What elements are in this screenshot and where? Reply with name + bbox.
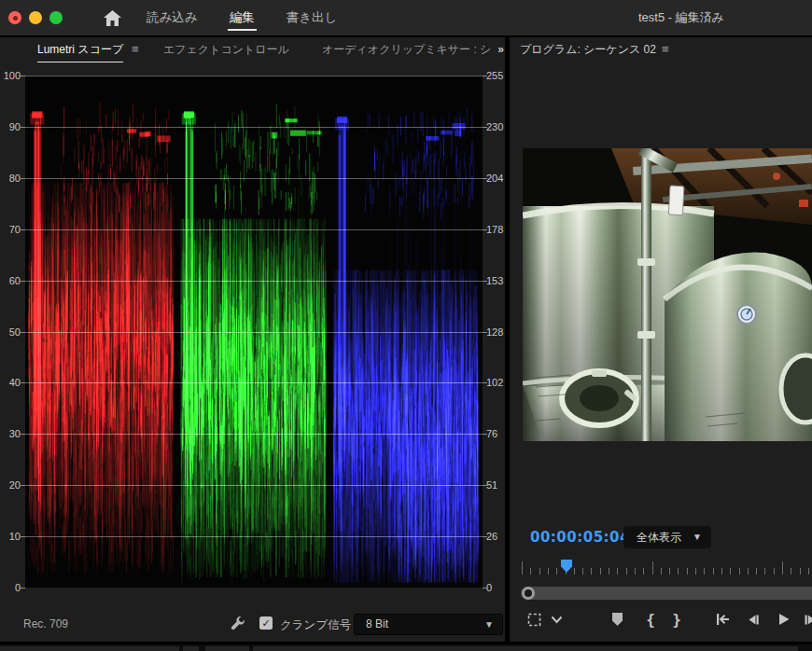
code-value-axis-tick <box>483 536 487 537</box>
panel-tab-effect-controls[interactable]: エフェクトコントロール <box>163 37 289 62</box>
monitor-settings-chevron[interactable] <box>545 606 567 632</box>
code-value-axis-tick <box>483 127 487 128</box>
code-value-axis-label: 26 <box>486 531 505 542</box>
panel-menu-button[interactable]: ≡ <box>662 37 669 62</box>
code-value-axis-tick <box>483 178 487 179</box>
workspace-tab-読み込み[interactable]: 読み込み <box>145 0 200 35</box>
ruler-tick <box>539 568 540 575</box>
code-value-axis-tick <box>483 76 487 76</box>
ire-axis-tick <box>21 178 25 179</box>
home-button[interactable] <box>99 7 125 29</box>
ire-axis-label: 70 <box>0 224 21 235</box>
lower-panel-tab-edge <box>253 646 798 651</box>
ruler-tick <box>704 568 705 575</box>
ruler-tick <box>713 568 714 575</box>
ruler-tick <box>800 568 801 575</box>
ruler-tick <box>548 568 549 575</box>
panel-menu-button[interactable]: ≡ <box>132 37 139 62</box>
scope-footer: Rec. 709 ✓ クランプ信号 8 Bit ▼ <box>0 604 505 642</box>
mark-in-button[interactable]: { <box>639 606 662 632</box>
panel-tab-lumetri-scopes[interactable]: Lumetri スコープ <box>37 37 123 62</box>
ire-axis-label: 50 <box>0 326 21 338</box>
playhead-marker[interactable] <box>561 560 572 573</box>
ruler-tick <box>600 568 601 575</box>
scrubber-track[interactable] <box>521 587 812 600</box>
workspace-tab-編集[interactable]: 編集 <box>228 0 257 35</box>
clamp-signal-label: クランプ信号 <box>280 617 351 633</box>
ruler-tick <box>530 568 531 575</box>
ire-axis-tick <box>21 536 25 537</box>
close-window-button[interactable] <box>8 11 21 24</box>
go-to-in-button[interactable] <box>711 606 734 632</box>
ruler-tick <box>522 561 523 575</box>
ruler-tick <box>678 568 679 575</box>
video-still-brewery-tanks <box>523 148 812 441</box>
play-button[interactable] <box>772 606 794 632</box>
chevron-double-right-icon[interactable]: » <box>497 37 502 62</box>
ruler-tick <box>556 568 557 575</box>
transport-controls: {} <box>510 606 812 634</box>
program-panel-tab[interactable]: プログラム: シーケンス 02 <box>520 37 656 62</box>
ire-axis-label: 40 <box>0 377 21 388</box>
code-value-axis-label: 76 <box>486 428 505 439</box>
ruler-tick <box>764 568 765 575</box>
panel-tab-audio-clip-mixer[interactable]: オーディオクリップミキサー : シ <box>322 37 491 62</box>
bit-depth-dropdown[interactable]: 8 Bit ▼ <box>354 614 503 635</box>
ire-axis-label: 20 <box>0 479 21 491</box>
clamp-signal-checkbox[interactable]: ✓ <box>259 616 273 630</box>
workspace-tabs: 読み込み編集書き出し <box>145 0 339 35</box>
safe-margins-button[interactable] <box>523 606 545 632</box>
lower-panels-edge <box>0 644 812 651</box>
program-monitor-video[interactable] <box>523 148 812 441</box>
premiere-window: 読み込み編集書き出し test5 - 編集済み » Lumetri スコープ≡エ… <box>0 0 812 651</box>
minimize-window-button[interactable] <box>29 11 42 24</box>
ruler-tick <box>652 561 653 575</box>
ire-axis-label: 60 <box>0 275 21 286</box>
ire-axis-label: 30 <box>0 428 21 439</box>
brace-open-icon: { <box>646 611 655 629</box>
workspace-tab-書き出し[interactable]: 書き出し <box>285 0 340 35</box>
code-value-axis-label: 204 <box>486 173 505 184</box>
chevron-down-icon: ▼ <box>484 615 494 634</box>
ire-axis-tick <box>21 434 25 435</box>
zoom-window-button[interactable] <box>49 11 63 24</box>
ruler-tick <box>739 568 740 575</box>
step-forward-icon <box>804 613 812 627</box>
chevron-down-icon <box>551 616 563 624</box>
scope-settings-button[interactable] <box>228 613 248 633</box>
waveform-scope-plot[interactable] <box>25 76 483 588</box>
document-title: test5 - 編集済み <box>574 0 789 35</box>
ire-axis-tick <box>21 588 25 589</box>
code-value-axis-label: 178 <box>486 224 505 235</box>
brace-close-icon: } <box>672 611 681 629</box>
ire-axis-label: 10 <box>0 531 21 542</box>
mini-timeline-ruler[interactable] <box>510 558 812 580</box>
ruler-tick <box>591 568 592 575</box>
panel-tab-row: » Lumetri スコープ≡エフェクトコントロールオーディオクリップミキサー … <box>0 37 505 62</box>
ire-axis-tick <box>21 127 25 128</box>
code-value-axis-label: 153 <box>486 275 505 286</box>
code-value-axis-label: 255 <box>486 70 505 81</box>
code-value-axis-tick <box>483 229 487 230</box>
ire-axis-tick <box>21 382 25 383</box>
ruler-tick <box>808 568 809 575</box>
ire-axis-label: 100 <box>0 70 21 81</box>
mark-out-button[interactable]: } <box>665 606 688 632</box>
step-back-button[interactable] <box>741 606 763 632</box>
code-value-axis-label: 128 <box>486 326 505 338</box>
colorspace-label: Rec. 709 <box>23 617 68 630</box>
code-value-axis-tick <box>483 382 487 383</box>
home-icon <box>104 10 121 26</box>
scrubber-handle[interactable] <box>522 587 535 600</box>
marker-icon <box>610 612 624 627</box>
current-timecode[interactable]: 00:00:05:04 <box>530 529 630 546</box>
add-marker-button[interactable] <box>606 606 628 632</box>
step-forward-button[interactable] <box>799 606 812 632</box>
ruler-tick <box>782 561 783 575</box>
ruler-tick <box>617 568 618 575</box>
zoom-level-dropdown[interactable]: 全体表示 ▼ <box>623 526 711 548</box>
ruler-tick <box>582 568 583 575</box>
code-value-axis-tick <box>483 434 487 435</box>
ruler-tick <box>626 568 627 575</box>
ire-axis-tick <box>21 76 25 76</box>
